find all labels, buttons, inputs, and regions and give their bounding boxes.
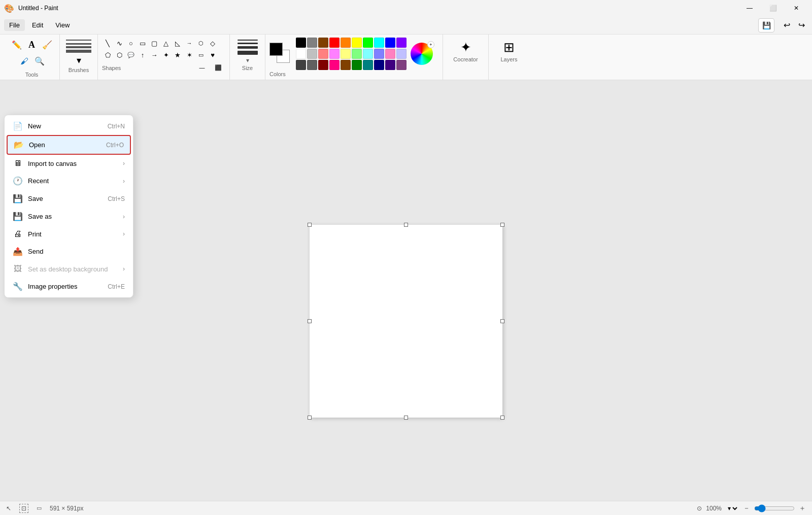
- shape-fill-btn[interactable]: ⬛: [211, 60, 225, 75]
- handle-tl[interactable]: [308, 223, 312, 227]
- size-4[interactable]: [238, 51, 258, 55]
- size-1[interactable]: [238, 40, 258, 41]
- color-swatch[interactable]: [352, 60, 362, 70]
- handle-tr[interactable]: [500, 223, 504, 227]
- edit-menu[interactable]: Edit: [27, 19, 48, 31]
- dropdown-item-new[interactable]: 📄NewCtrl+N: [7, 117, 131, 135]
- color-swatch[interactable]: [329, 60, 340, 70]
- shape-heart[interactable]: ♥: [207, 49, 218, 60]
- handle-br[interactable]: [500, 416, 504, 420]
- shape-star4[interactable]: ✦: [160, 49, 172, 60]
- shape-arrow-line[interactable]: →: [184, 38, 195, 49]
- shape-rectangle[interactable]: ▭: [137, 38, 148, 49]
- color-swatch[interactable]: [318, 49, 328, 59]
- titlebar-controls[interactable]: — ⬜ ✕: [738, 0, 808, 16]
- maximize-button[interactable]: ⬜: [761, 0, 785, 16]
- handle-tc[interactable]: [404, 223, 408, 227]
- color-swatch[interactable]: [374, 38, 384, 48]
- text-tool[interactable]: A: [25, 38, 39, 52]
- dropdown-item-print[interactable]: 🖨Print›: [7, 225, 131, 243]
- shape-arrow-up[interactable]: ↑: [137, 49, 148, 60]
- dropdown-item-open[interactable]: 📂OpenCtrl+O: [7, 135, 131, 155]
- crop-icon[interactable]: ⊡: [19, 504, 28, 513]
- color-swatch[interactable]: [363, 49, 373, 59]
- color-swatch[interactable]: [296, 49, 306, 59]
- color-swatch[interactable]: [307, 38, 317, 48]
- color-swatch[interactable]: [329, 38, 340, 48]
- undo-button[interactable]: ↩: [781, 19, 793, 31]
- cocreator-icon[interactable]: ✦: [460, 40, 471, 55]
- color-swatch[interactable]: [318, 60, 328, 70]
- dropdown-item-save-as[interactable]: 💾Save as›: [7, 208, 131, 225]
- color-swatch[interactable]: [329, 49, 340, 59]
- color-swatch[interactable]: [341, 60, 351, 70]
- shape-curve[interactable]: ∿: [114, 38, 125, 49]
- shape-outline[interactable]: ⬡: [195, 38, 207, 49]
- dropdown-item-save[interactable]: 💾SaveCtrl+S: [7, 190, 131, 208]
- shape-star5[interactable]: ★: [172, 49, 183, 60]
- color-swatch[interactable]: [307, 60, 317, 70]
- color-swatch[interactable]: [352, 38, 362, 48]
- color-swatch[interactable]: [374, 49, 384, 59]
- size-3[interactable]: [238, 46, 258, 49]
- dropdown-item-send[interactable]: 📤Send: [7, 243, 131, 260]
- handle-bc[interactable]: [404, 416, 408, 420]
- color-swatch[interactable]: [396, 38, 407, 48]
- canvas-area[interactable]: 📄NewCtrl+N📂OpenCtrl+O🖥Import to canvas›🕐…: [0, 80, 812, 501]
- file-menu[interactable]: File: [4, 19, 25, 31]
- redo-button[interactable]: ↪: [795, 19, 808, 31]
- color-swatch[interactable]: [385, 38, 395, 48]
- dropdown-item-recent[interactable]: 🕐Recent›: [7, 172, 131, 190]
- eraser-tool[interactable]: 🧹: [40, 38, 54, 52]
- color-swatch[interactable]: [396, 60, 407, 70]
- shape-hexagon[interactable]: ⬡: [114, 49, 125, 60]
- brushes-expand[interactable]: ▾: [77, 55, 81, 66]
- color-swatch[interactable]: [341, 38, 351, 48]
- color-swatch[interactable]: [318, 38, 328, 48]
- color-swatch[interactable]: [363, 38, 373, 48]
- shape-arrow-right[interactable]: →: [149, 49, 160, 60]
- zoom-slider[interactable]: [754, 504, 795, 512]
- view-menu[interactable]: View: [50, 19, 75, 31]
- shape-rounded-rect[interactable]: ▢: [149, 38, 160, 49]
- shape-callout[interactable]: ▭: [195, 49, 207, 60]
- color-wheel[interactable]: +: [411, 43, 433, 65]
- color-swatch[interactable]: [307, 49, 317, 59]
- close-button[interactable]: ✕: [785, 0, 808, 16]
- handle-bl[interactable]: [308, 416, 312, 420]
- color-swatch[interactable]: [385, 60, 395, 70]
- shape-diamond[interactable]: ◇: [207, 38, 218, 49]
- handle-mr[interactable]: [500, 319, 504, 323]
- select-tool-icon[interactable]: ↖: [6, 505, 11, 512]
- dropdown-item-image-properties[interactable]: 🔧Image propertiesCtrl+E: [7, 278, 131, 295]
- shape-star6[interactable]: ✶: [184, 49, 195, 60]
- display-mode-icon[interactable]: ⊙: [697, 505, 702, 512]
- minimize-button[interactable]: —: [738, 0, 761, 16]
- shape-outline-btn[interactable]: —: [195, 60, 209, 75]
- color-swatch[interactable]: [396, 49, 407, 59]
- save-button[interactable]: 💾: [758, 18, 774, 32]
- color-swatch[interactable]: [341, 49, 351, 59]
- zoom-out-button[interactable]: －: [743, 504, 750, 513]
- zoom-in-button[interactable]: ＋: [799, 504, 806, 513]
- zoom-select[interactable]: ▾: [726, 504, 739, 512]
- zoom-tool[interactable]: 🔍: [32, 54, 47, 68]
- shape-line[interactable]: ╲: [102, 38, 113, 49]
- handle-ml[interactable]: [308, 319, 312, 323]
- color-swatch[interactable]: [296, 60, 306, 70]
- size-chevron[interactable]: ▾: [246, 57, 249, 64]
- shape-pentagon[interactable]: ⬠: [102, 49, 113, 60]
- shape-speech-bubble[interactable]: 💬: [125, 49, 137, 60]
- paint-canvas[interactable]: [310, 225, 502, 418]
- shape-right-triangle[interactable]: ◺: [172, 38, 183, 49]
- color-swatch[interactable]: [385, 49, 395, 59]
- dropdown-item-import-to-canvas[interactable]: 🖥Import to canvas›: [7, 155, 131, 172]
- color-swatch[interactable]: [296, 38, 306, 48]
- pencil-tool[interactable]: ✏️: [10, 38, 24, 52]
- shape-oval[interactable]: ○: [125, 38, 137, 49]
- size-2[interactable]: [238, 43, 258, 44]
- layers-icon[interactable]: ⊞: [503, 40, 515, 55]
- color-swatch[interactable]: [352, 49, 362, 59]
- color-swatch[interactable]: [363, 60, 373, 70]
- fg-color-swatch[interactable]: [269, 43, 283, 56]
